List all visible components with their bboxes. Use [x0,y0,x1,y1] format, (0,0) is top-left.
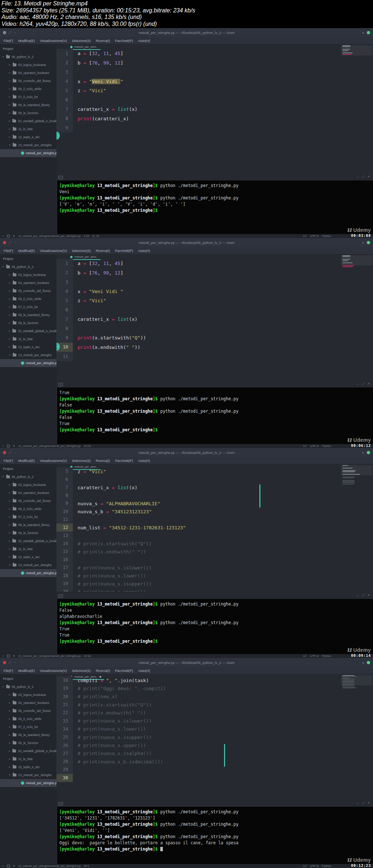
window-minimize-icon[interactable]: − [14,31,16,34]
tree-item-08_la_standard_library[interactable]: ▸08_la_standard_library [0,731,56,739]
window-minimize-icon[interactable]: − [14,661,16,664]
status-utf8[interactable]: UTF-8 [310,234,318,238]
code-line[interactable]: 10nuova_s_b = "345123123123" [56,507,373,515]
tree-item-05_controllo_del_flusso[interactable]: ▸05_controllo_del_flusso [0,287,56,295]
tree-item-09_le_funzioni[interactable]: ▸09_le_funzioni [0,529,56,537]
code-editor[interactable]: 1a = [32, 11, 45]2b = [76, 99, 12]34x = … [56,49,373,173]
code-line[interactable]: 6 [56,475,373,483]
code-line[interactable]: 11 [56,515,373,523]
code-line[interactable]: 27# print(nuova_s.isalpha()) [56,750,373,758]
code-editor[interactable]: 5z = "Vici"67caratteri_x = list(x)89nuov… [56,467,373,592]
code-line[interactable]: 13 [56,532,373,540]
code-line[interactable]: 7caratteri_x = list(x) [56,315,373,324]
close-panel-icon[interactable]: ✕ [368,593,370,597]
tree-item-10_variabili_globali_e_locali[interactable]: ▸10_variabili_globali_e_locali [0,327,56,335]
tree-item-04_operatori_booleani[interactable]: ▸04_operatori_booleani [0,489,56,497]
code-line[interactable]: 21# print(x.startswith("Q")) [56,701,373,709]
tree-item-04_operatori_booleani[interactable]: ▸04_operatori_booleani [0,279,56,287]
status-lf[interactable]: LF [303,864,306,868]
code-line[interactable]: 30 [56,774,373,782]
collapse-panel-icon[interactable]: ⌄ [356,801,359,805]
tree-item-13_metodi_per_stringhe[interactable]: ▾13_metodi_per_stringhe [0,141,56,149]
code-line[interactable]: 2b = [76, 99, 12] [56,58,373,68]
tree-item-03_logica_booleana[interactable]: ▸03_logica_booleana [0,691,56,699]
status-python[interactable]: Python [322,864,331,868]
tree-item-13_metodi_per_stringhe[interactable]: ▾13_metodi_per_stringhe [0,561,56,569]
minimap[interactable] [341,255,372,269]
code-line[interactable]: 8 [56,324,373,334]
window-close-button[interactable] [3,31,6,34]
tree-item-06_il_ciclo_while[interactable]: ▸06_il_ciclo_while [0,295,56,303]
window-restore-icon[interactable]: ⤢ [9,661,11,664]
expand-panel-icon[interactable]: ⤢ [362,801,364,805]
expand-panel-icon[interactable]: ⤢ [362,382,364,386]
tree-item-07_il_ciclo_for[interactable]: ▸07_il_ciclo_for [0,303,56,311]
code-line[interactable]: 9nuova_s = "ALPHABRAVOCHARLIE" [56,499,373,507]
tree-item-11_le_liste[interactable]: ▸11_le_liste [0,545,56,553]
menu-modifica-e-[interactable]: Modifica(E) [18,249,35,253]
code-line[interactable]: 23# print(nuova_s.islower()) [56,717,373,725]
tree-item-08_la_standard_library[interactable]: ▸08_la_standard_library [0,521,56,529]
tree-item-11_le_liste[interactable]: ▸11_le_liste [0,755,56,763]
menu-aiuto-h-[interactable]: Aiuto(H) [138,39,150,43]
status-python[interactable]: Python [322,444,331,448]
status-python[interactable]: Python [322,654,331,658]
code-line[interactable]: 22# print(x.endswith(" ")) [56,709,373,717]
tree-item-metodi_per_stringhe-py[interactable]: metodi_per_stringhe.py [0,149,56,157]
window-restore-icon[interactable]: ⤢ [9,31,11,34]
terminal-panel-icon[interactable] [7,235,10,237]
tree-item-03_logica_booleana[interactable]: ▸03_logica_booleana [0,61,56,69]
close-panel-icon[interactable]: ✕ [368,175,370,179]
tree-item-03_logica_booleana[interactable]: ▸03_logica_booleana [0,271,56,279]
close-terminal-button[interactable]: ✕ [13,235,15,238]
tree-item-10_variabili_globali_e_locali[interactable]: ▸10_variabili_globali_e_locali [0,537,56,545]
menu-modifica-e-[interactable]: Modifica(E) [18,459,35,463]
new-terminal-button[interactable]: + [2,235,4,238]
code-line[interactable]: 9print(x.startswith("Q")) [56,333,373,343]
menu-selezione-s-[interactable]: Selezione(S) [72,669,91,673]
menu-selezione-s-[interactable]: Selezione(S) [72,459,91,463]
status-lf[interactable]: LF [303,444,306,448]
tree-item-09_le_funzioni[interactable]: ▸09_le_funzioni [0,319,56,327]
status-lf[interactable]: LF [303,234,306,238]
code-line[interactable]: 3 [56,277,373,287]
code-line[interactable]: 16 [56,556,373,564]
status-utf8[interactable]: UTF-8 [310,444,318,448]
menu-pacchetti-p-[interactable]: Pacchetti(P) [115,459,133,463]
tree-item-06_python_lv_2[interactable]: ▾06_python_lv_2 [0,683,56,691]
collapse-panel-icon[interactable]: ⌄ [356,175,359,179]
close-panel-icon[interactable]: ✕ [368,801,370,805]
menu-pacchetti-p-[interactable]: Pacchetti(P) [115,669,133,673]
menu-aiuto-h-[interactable]: Aiuto(H) [138,459,150,463]
code-line[interactable]: 18compiti = ", ".join(task) [56,676,373,684]
close-terminal-button[interactable]: ✕ [13,655,15,658]
menu-ricerca-i-[interactable]: Ricerca(I) [96,459,110,463]
tree-item-11_le_liste[interactable]: ▸11_le_liste [0,335,56,343]
code-line[interactable]: 6 [56,96,373,105]
menu-visualizzazione-v-[interactable]: Visualizzazione(V) [40,459,67,463]
status-lf[interactable]: LF [303,654,306,658]
tree-item-metodi_per_stringhe-py[interactable]: metodi_per_stringhe.py [0,779,56,787]
code-line[interactable]: 6 [56,305,373,315]
code-line[interactable]: 12num_list = "34512-1231-1782631-123123" [56,523,373,532]
menu-visualizzazione-v-[interactable]: Visualizzazione(V) [40,39,67,43]
menu-aiuto-h-[interactable]: Aiuto(H) [138,249,150,253]
menu-file-f-[interactable]: File(F) [4,459,13,463]
code-line[interactable]: 11 [56,352,373,361]
window-close-button[interactable] [3,241,6,244]
code-line[interactable]: 4x = "Veni Vidi " [56,77,373,86]
tree-item-13_metodi_per_stringhe[interactable]: ▾13_metodi_per_stringhe [0,351,56,359]
code-line[interactable]: 9 [56,123,373,133]
tree-item-06_il_ciclo_while[interactable]: ▸06_il_ciclo_while [0,715,56,723]
code-line[interactable]: 18# print(nuova_s.lower()) [56,572,373,580]
minimap[interactable] [341,465,372,485]
code-line[interactable]: 29 [56,766,373,774]
tree-item-05_controllo_del_flusso[interactable]: ▸05_controllo_del_flusso [0,77,56,85]
code-line[interactable]: 20# print(new_x) [56,693,373,701]
collapse-panel-icon[interactable]: ⌄ [356,593,359,597]
menu-visualizzazione-v-[interactable]: Visualizzazione(V) [40,669,67,673]
tree-item-05_controllo_del_flusso[interactable]: ▸05_controllo_del_flusso [0,497,56,505]
tree-item-04_operatori_booleani[interactable]: ▸04_operatori_booleani [0,69,56,77]
terminal-panel[interactable]: [pymike@harley 13_metodi_per_stringhe]$ … [57,599,373,654]
code-line[interactable]: 20# print(nuova_s.upper()) [56,588,373,592]
